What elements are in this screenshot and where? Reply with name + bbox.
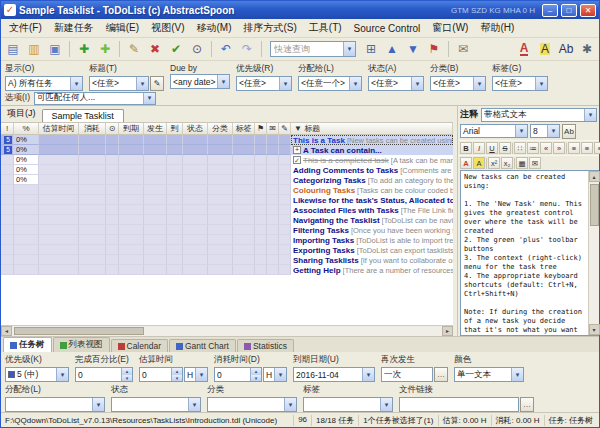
menu-item-move[interactable]: 移动(M) [190, 19, 237, 37]
filter-options-combo[interactable]: 可匹配任何人... ▾ [34, 92, 156, 105]
italic-button[interactable]: I [473, 142, 485, 154]
filter-status-combo[interactable]: <任意>▾ [368, 76, 424, 91]
comments-text[interactable]: New tasks can be created using: 1. The '… [461, 171, 588, 335]
menu-item-new-task[interactable]: 新建任务 [48, 19, 100, 37]
task-row[interactable]: Navigating the Tasklist[ToDoList can be … [1, 215, 453, 225]
menu-item-help[interactable]: 帮助(H) [474, 19, 520, 37]
expand-toggle-icon[interactable]: + [293, 146, 301, 154]
attr-recurrence-browse-button[interactable]: … [434, 367, 448, 382]
superscript-button[interactable]: x² [488, 157, 500, 169]
filter-category-combo[interactable]: <任意>▾ [430, 76, 486, 91]
menu-item-file[interactable]: 文件(F) [3, 19, 48, 37]
filter-priority-combo[interactable]: <任意>▾ [236, 76, 292, 91]
task-row[interactable]: Getting Help[There are a number of resou… [1, 265, 453, 275]
attr-percent-done-field[interactable]: 0▴▾ [75, 367, 133, 382]
filter-alloc-to-combo[interactable]: <任意一个>▾ [298, 76, 362, 91]
chevron-down-icon[interactable]: ▾ [217, 75, 229, 88]
minimize-button[interactable]: – [542, 4, 558, 17]
track-time-button[interactable]: ⊙ [187, 40, 207, 59]
filter-tags-combo[interactable]: <任意>▾ [492, 76, 548, 91]
view-tab-list-view[interactable]: 列表视图 [53, 337, 110, 352]
view-tab-statistics[interactable]: Statistics [237, 339, 294, 352]
chevron-down-icon[interactable]: ▾ [195, 368, 207, 381]
attr-time-spent-unit-combo[interactable]: H▾ [263, 367, 287, 382]
attr-tags-field[interactable]: ▾ [303, 397, 393, 412]
menu-item-tools[interactable]: 工具(T) [303, 19, 348, 37]
new-tasklist-button[interactable]: ▤ [3, 40, 23, 59]
attr-time-spent-spinner[interactable]: ▴▾ [250, 368, 261, 381]
edit-task-button[interactable]: ✎ [124, 40, 144, 59]
chevron-down-icon[interactable]: ▾ [188, 398, 200, 411]
new-subtask-button[interactable]: ✚ [95, 40, 115, 59]
column-header-due-date[interactable]: 到期 [119, 123, 144, 134]
task-row[interactable]: 50%This is a Task[New tasks can be creat… [1, 135, 453, 145]
align-left-button[interactable]: ≡ [568, 142, 580, 154]
column-header-reminder[interactable]: ✉ [267, 123, 279, 134]
move-task-down-button[interactable]: ▼ [403, 40, 423, 59]
spin-down-icon[interactable]: ▾ [172, 375, 182, 382]
chevron-down-icon[interactable]: ▾ [56, 368, 68, 381]
task-row[interactable]: 0%Adding Comments to Tasks[Comments are … [1, 165, 453, 175]
column-header-time-estimate[interactable]: 估算时间 [39, 123, 79, 134]
scroll-left-icon[interactable]: ◂ [1, 326, 12, 336]
task-row[interactable]: 0%✓This is a completed task[A task can b… [1, 155, 453, 165]
menu-item-edit[interactable]: 编辑(E) [100, 19, 145, 37]
maximize-button[interactable]: □ [561, 4, 577, 17]
attr-time-estimate-field[interactable]: 0▴▾ [139, 367, 183, 382]
attr-due-date-field[interactable]: 2016-11-04▾ [293, 367, 375, 382]
chevron-down-icon[interactable]: ▾ [411, 77, 423, 90]
comments-format-combo[interactable]: 带格式文本 ▾ [481, 108, 597, 122]
task-title-cell[interactable]: Colouring Tasks[Tasks can be colour code… [291, 185, 453, 195]
task-row[interactable]: Likewise for the task's Status, Allocate… [1, 195, 453, 205]
redo-button[interactable]: ↷ [237, 40, 257, 59]
delete-task-button[interactable]: ✖ [145, 40, 165, 59]
filter-title-options-button[interactable]: ✎ [150, 76, 164, 91]
column-header-done-date[interactable]: 到 [167, 123, 183, 134]
scrollbar-thumb[interactable] [590, 184, 599, 226]
font-size-combo[interactable]: 8 ▾ [530, 124, 560, 138]
attr-color-field[interactable]: 单一文本▾ [454, 367, 524, 382]
attr-category-field[interactable]: ▾ [207, 397, 297, 412]
column-header-start-date[interactable]: 发生 [144, 123, 167, 134]
filter-show-combo[interactable]: A) 所有任务▾ [5, 76, 83, 91]
highlight-color-button[interactable]: A [535, 40, 555, 59]
task-row[interactable]: Exporting Tasks[ToDoList can export task… [1, 245, 453, 255]
indent-button[interactable]: » [553, 142, 565, 154]
spin-down-icon[interactable]: ▾ [251, 375, 261, 382]
chevron-down-icon[interactable]: ▾ [284, 398, 296, 411]
scroll-down-icon[interactable]: ▾ [589, 324, 600, 335]
send-task-button[interactable]: ✉ [453, 40, 473, 59]
new-task-button[interactable]: ✚ [74, 40, 94, 59]
chevron-down-icon[interactable]: ▾ [473, 77, 485, 90]
chevron-down-icon[interactable]: ▾ [92, 398, 104, 411]
chevron-down-icon[interactable]: ▾ [535, 77, 547, 90]
chevron-down-icon[interactable]: ▾ [380, 398, 392, 411]
tasklist-tab[interactable]: Sample Tasklist [42, 109, 124, 122]
task-row[interactable]: 50%+A Task can contain... [1, 145, 453, 155]
chevron-down-icon[interactable]: ▾ [136, 77, 148, 90]
scroll-right-icon[interactable]: ▸ [442, 326, 453, 336]
column-header-file-link[interactable]: ✎ [279, 123, 291, 134]
complete-task-button[interactable]: ✔ [166, 40, 186, 59]
menu-item-source-control[interactable]: Source Control [348, 21, 427, 36]
menu-item-sort[interactable]: 排序方式(S) [237, 19, 302, 37]
insert-link-button[interactable]: ✉ [529, 157, 541, 169]
view-tab-gantt-chart[interactable]: Gantt Chart [169, 339, 236, 352]
menu-item-view[interactable]: 视图(V) [145, 19, 190, 37]
underline-button[interactable]: U [486, 142, 498, 154]
strikethrough-button[interactable]: S [499, 142, 511, 154]
chevron-down-icon[interactable]: ▾ [547, 125, 559, 137]
task-title-cell[interactable]: Categorizing Tasks[To add an category to… [291, 175, 453, 185]
task-title-cell[interactable]: Adding Comments to Tasks[Comments are en… [291, 165, 453, 175]
attr-priority-field[interactable]: 5 (中)▾ [5, 367, 69, 382]
scroll-up-icon[interactable]: ▴ [589, 171, 600, 182]
task-title-cell[interactable]: This is a Task[New tasks can be created … [291, 135, 453, 145]
task-title-cell[interactable]: Importing Tasks[ToDoList is able to impo… [291, 235, 453, 245]
horizontal-scrollbar[interactable]: ◂ ▸ [1, 325, 453, 336]
preferences-button[interactable]: ✱ [577, 40, 597, 59]
task-row[interactable]: Filtering Tasks[Once you have been worki… [1, 225, 453, 235]
move-task-up-button[interactable]: ▲ [382, 40, 402, 59]
text-color-button[interactable]: A [514, 40, 534, 59]
column-header-percent[interactable]: % [14, 123, 39, 134]
column-header-priority[interactable]: ! [1, 123, 14, 134]
